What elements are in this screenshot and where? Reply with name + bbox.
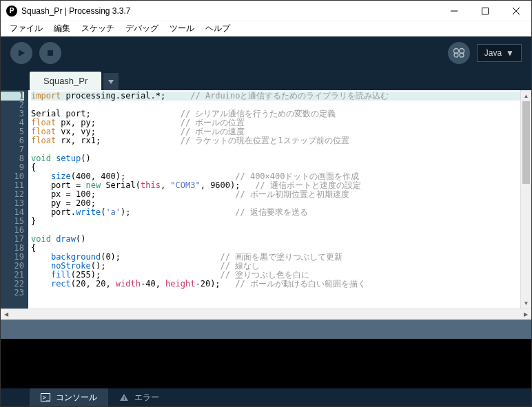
scroll-left-arrow[interactable]: ◀ <box>1 311 12 317</box>
tab-menu-button[interactable] <box>103 73 119 90</box>
play-icon <box>17 49 25 57</box>
scroll-right-arrow[interactable]: ▶ <box>520 311 531 317</box>
code-line[interactable]: import processing.serial.*; // Arduinoと通… <box>31 92 529 101</box>
code-line[interactable] <box>31 145 529 154</box>
code-line[interactable]: rect(20, 20, width-40, height-20); // ボー… <box>31 280 529 289</box>
code-line[interactable] <box>31 289 529 298</box>
scroll-up-arrow[interactable]: ▲ <box>521 90 531 101</box>
code-line[interactable] <box>31 226 529 235</box>
window-title: Squash_Pr | Processing 3.3.7 <box>21 6 438 16</box>
svg-text:!: ! <box>123 395 125 401</box>
svg-marker-4 <box>19 50 25 56</box>
app-window: P Squash_Pr | Processing 3.3.7 ファイル 編集 ス… <box>0 0 532 407</box>
toolbar: Java ▼ <box>1 36 531 70</box>
console-output[interactable] <box>1 339 531 388</box>
line-number: 23 <box>1 289 24 298</box>
minimize-button[interactable] <box>438 1 469 21</box>
chevron-down-icon: ▼ <box>506 48 514 58</box>
vertical-scrollbar[interactable]: ▲ ▼ <box>520 90 531 309</box>
stop-button[interactable] <box>39 42 61 64</box>
menu-help[interactable]: ヘルプ <box>201 21 235 36</box>
svg-marker-10 <box>108 80 114 84</box>
code-line[interactable]: void draw() <box>31 235 529 244</box>
close-button[interactable] <box>500 1 531 21</box>
svg-rect-1 <box>482 8 488 14</box>
maximize-button[interactable] <box>469 1 500 21</box>
menubar: ファイル 編集 スケッチ デバッグ ツール ヘルプ <box>1 21 531 36</box>
code-area[interactable]: import processing.serial.*; // Arduinoと通… <box>28 90 531 309</box>
horizontal-scrollbar[interactable]: ◀ ▶ <box>1 309 531 320</box>
titlebar: P Squash_Pr | Processing 3.3.7 <box>1 1 531 21</box>
warning-icon: ! <box>119 393 129 401</box>
scroll-thumb[interactable] <box>522 101 530 184</box>
menu-debug[interactable]: デバッグ <box>121 21 163 36</box>
tab-errors-label: エラー <box>134 392 159 404</box>
code-line[interactable]: px = 100; // ボール初期位置と初期速度 <box>31 190 529 199</box>
app-icon: P <box>6 6 17 17</box>
tab-bar: Squash_Pr <box>1 70 531 90</box>
menu-file[interactable]: ファイル <box>5 21 48 36</box>
debug-button[interactable] <box>448 42 470 64</box>
line-gutter: 1234567891011121314151617181920212223 <box>1 90 28 309</box>
status-strip <box>1 320 531 339</box>
svg-text:>_: >_ <box>43 395 50 401</box>
tab-errors[interactable]: ! エラー <box>108 388 170 406</box>
run-button[interactable] <box>10 42 32 64</box>
tab-sketch[interactable]: Squash_Pr <box>30 72 101 90</box>
code-line[interactable]: } <box>31 217 529 226</box>
console-icon: >_ <box>41 393 50 401</box>
tab-console-label: コンソール <box>56 392 97 404</box>
svg-rect-5 <box>48 50 53 56</box>
editor[interactable]: 1234567891011121314151617181920212223 im… <box>1 90 531 309</box>
code-line[interactable]: float rx, rx1; // ラケットの現在位置と1ステップ前の位置 <box>31 136 529 145</box>
mode-selector[interactable]: Java ▼ <box>477 44 522 62</box>
bottom-tab-bar: >_ コンソール ! エラー <box>1 388 531 406</box>
chevron-down-icon <box>108 80 114 84</box>
butterfly-icon <box>453 47 465 59</box>
tab-console[interactable]: >_ コンソール <box>30 388 108 406</box>
scroll-down-arrow[interactable]: ▼ <box>521 298 531 309</box>
code-line[interactable]: port.write('a'); // 返信要求を送る <box>31 208 529 217</box>
menu-tools[interactable]: ツール <box>165 21 199 36</box>
menu-edit[interactable]: 編集 <box>49 21 75 36</box>
code-line[interactable]: void setup() <box>31 154 529 163</box>
mode-label: Java <box>484 48 502 58</box>
menu-sketch[interactable]: スケッチ <box>76 21 119 36</box>
stop-icon <box>46 49 54 57</box>
